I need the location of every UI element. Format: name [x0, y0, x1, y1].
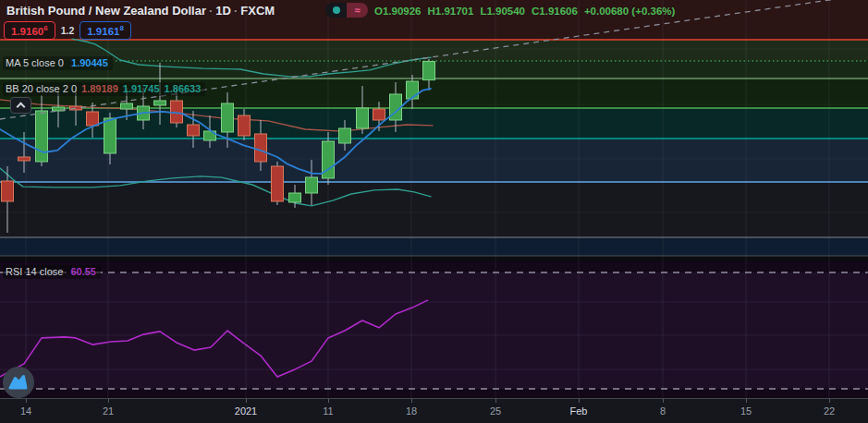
rsi-chart-canvas[interactable] — [0, 261, 868, 398]
ma-value: 1.90445 — [71, 57, 108, 68]
ohlc-readout: O1.90926H1.91701L1.90540C1.91606+0.00680… — [374, 6, 681, 17]
chart-style-toggle[interactable]: ≈ — [325, 3, 368, 18]
mountain-chart-icon — [7, 371, 30, 393]
candle — [36, 111, 48, 162]
axis-tick — [746, 399, 747, 403]
candle — [222, 103, 234, 132]
bb-value: 1.89189 — [81, 83, 118, 94]
exchange-label[interactable]: FXCM — [240, 4, 275, 18]
change-value: +0.00680 (+0.36%) — [584, 6, 675, 17]
candle — [87, 112, 99, 126]
candle — [373, 109, 385, 120]
provider-logo-button[interactable] — [3, 367, 34, 398]
approx-toggle-icon[interactable]: ≈ — [347, 3, 368, 18]
price-zone-band — [0, 237, 868, 256]
collapse-pane-button[interactable] — [10, 97, 31, 114]
x-axis-label: 18 — [406, 405, 417, 417]
chevron-up-icon — [17, 103, 26, 112]
rsi-pane[interactable]: RSI 14 close 60.55 — [0, 261, 868, 398]
symbol-title-row: British Pound / New Zealand Dollar·1D·FX… — [6, 4, 275, 18]
axis-tick — [579, 399, 580, 403]
x-axis-label: 2021 — [235, 405, 257, 417]
rsi-indicator-legend[interactable]: RSI 14 close 60.55 — [3, 265, 101, 279]
x-axis-label: 22 — [824, 405, 835, 417]
candle — [188, 125, 200, 136]
price-zone-band — [0, 139, 868, 182]
bb-value: 1.86633 — [165, 83, 202, 94]
price-zone-band — [0, 182, 868, 237]
candle — [423, 62, 435, 80]
price-zone-band — [0, 40, 868, 61]
candle — [121, 103, 133, 109]
ohlc-l-value: L1.90540 — [480, 6, 525, 17]
axis-tick — [829, 399, 830, 403]
candle — [171, 101, 183, 123]
candle — [289, 193, 301, 202]
title-separator: · — [231, 4, 240, 18]
x-axis-label: 25 — [490, 405, 501, 417]
title-separator: · — [206, 4, 215, 18]
axis-tick — [411, 399, 412, 403]
candle — [339, 128, 351, 143]
x-axis-label: 11 — [323, 405, 333, 417]
bb-value: 1.91745 — [123, 83, 160, 94]
x-axis-label: 15 — [740, 405, 752, 417]
ma-label: MA 5 close 0 — [6, 57, 64, 68]
ohlc-h-value: H1.91701 — [428, 6, 474, 17]
interval-label[interactable]: 1D — [215, 4, 231, 18]
ohlc-o-value: O1.90926 — [374, 6, 422, 17]
axis-tick — [663, 399, 664, 403]
ma-indicator-legend[interactable]: MA 5 close 0 1.90445 — [3, 56, 113, 70]
candle — [357, 108, 369, 128]
quote-row: 1.91606 1.2 1.91618 — [4, 21, 131, 40]
main-chart-pane[interactable]: British Pound / New Zealand Dollar·1D·FX… — [0, 0, 868, 261]
buy-price-button[interactable]: 1.91618 — [79, 21, 131, 40]
x-axis-label: 21 — [103, 405, 114, 417]
ohlc-c-value: C1.91606 — [532, 6, 578, 17]
sell-price-button[interactable]: 1.91606 — [4, 21, 55, 40]
candle — [18, 157, 31, 161]
price-zone-band — [0, 108, 868, 139]
axis-tick — [495, 399, 496, 403]
candle — [2, 181, 14, 201]
candle — [154, 101, 166, 105]
candle — [104, 118, 116, 153]
candle — [238, 115, 251, 136]
dot-toggle-icon[interactable] — [325, 3, 347, 18]
axis-tick — [108, 399, 109, 403]
candle — [407, 81, 419, 99]
x-axis-label: 14 — [20, 405, 31, 417]
candle — [255, 134, 267, 162]
rsi-value: 60.55 — [70, 266, 96, 277]
rsi-label: RSI 14 close — [6, 266, 63, 277]
axis-tick — [26, 399, 27, 403]
x-axis-label: 8 — [660, 405, 666, 417]
candle — [306, 177, 318, 193]
axis-tick — [328, 399, 329, 403]
bb-indicator-legend[interactable]: BB 20 close 2 01.891891.917451.86633 — [3, 82, 205, 96]
spread-value: 1.2 — [55, 25, 80, 36]
candle — [272, 166, 284, 201]
axis-tick — [246, 399, 247, 403]
symbol-title[interactable]: British Pound / New Zealand Dollar — [6, 4, 206, 18]
bb-label: BB 20 close 2 0 — [6, 83, 77, 94]
chart-window: British Pound / New Zealand Dollar·1D·FX… — [0, 0, 868, 423]
x-axis-label: Feb — [570, 405, 588, 417]
time-axis[interactable]: 14212021111825Feb81522 — [0, 398, 868, 423]
